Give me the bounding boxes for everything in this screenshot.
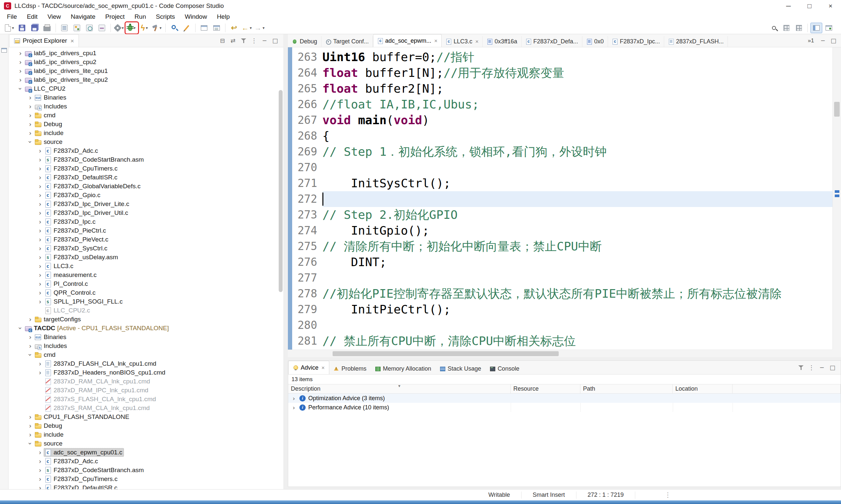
expand-arrow-icon[interactable]: ›: [36, 192, 44, 199]
tree-item[interactable]: ›Includes: [8, 102, 283, 111]
expand-arrow-icon[interactable]: ›: [288, 395, 299, 402]
tree-item[interactable]: ›lab6_ipc_drivers_lite_cpu1: [8, 66, 283, 75]
tree-item[interactable]: ›F2837xD_Gpio.c: [8, 191, 283, 199]
last-edit-location-button[interactable]: ↩: [228, 23, 240, 33]
tree-item[interactable]: ›F2837xD_CodeStartBranch.asm: [8, 466, 283, 474]
expand-arrow-icon[interactable]: ›: [26, 431, 34, 438]
expand-arrow-icon[interactable]: ›: [36, 174, 44, 181]
restore-view-icon[interactable]: [1, 48, 7, 53]
expand-arrow-icon[interactable]: ›: [26, 316, 34, 323]
expand-arrow-icon[interactable]: ›: [26, 334, 34, 341]
tree-item[interactable]: ›F2837xD_DefaultISR.c: [8, 173, 283, 182]
expand-arrow-icon[interactable]: ›: [36, 458, 44, 465]
expand-arrow-icon[interactable]: ›: [288, 404, 299, 411]
back-button[interactable]: ←▾: [240, 23, 253, 33]
expand-arrow-icon[interactable]: ›: [16, 67, 24, 75]
editor-tab[interactable]: Debug: [288, 36, 321, 47]
close-icon[interactable]: ×: [70, 38, 74, 44]
editor-vertical-scrollbar[interactable]: [833, 47, 841, 349]
tree-item[interactable]: ›F2837xD_Adc.c: [8, 457, 283, 466]
scrollbar-thumb[interactable]: [333, 351, 559, 356]
tree-item[interactable]: ›lab5_ipc_drivers_cpu1: [8, 49, 283, 57]
menu-file[interactable]: File: [2, 12, 22, 22]
debug-perspective-button[interactable]: [823, 23, 835, 33]
editor-tab[interactable]: 0x0: [583, 36, 608, 47]
expand-arrow-icon[interactable]: ›: [36, 147, 44, 155]
maximize-editor-button[interactable]: □: [828, 36, 838, 46]
import-button[interactable]: [71, 23, 83, 33]
project-explorer-scrollbar[interactable]: [279, 90, 283, 292]
close-icon[interactable]: ×: [434, 38, 437, 44]
vertical-splitter[interactable]: [283, 34, 288, 489]
editor-tab[interactable]: adc_soc_epwm...×: [373, 34, 442, 47]
menu-window[interactable]: Window: [180, 12, 212, 22]
expand-arrow-icon[interactable]: ›: [36, 475, 44, 483]
tree-item[interactable]: ›include: [8, 430, 283, 439]
close-window-button[interactable]: ×: [820, 0, 841, 12]
tree-item[interactable]: ›SPLL_1PH_SOGI_FLL.c: [8, 297, 283, 306]
tree-item[interactable]: ›CPU1_FLASH_STANDALONE: [8, 412, 283, 421]
target-config-button[interactable]: [84, 23, 95, 33]
tree-item[interactable]: ›F2837xD_Headers_nonBIOS_cpu1.cmd: [8, 368, 283, 377]
expand-arrow-icon[interactable]: ›: [26, 422, 34, 429]
expand-arrow-icon[interactable]: ›: [17, 85, 24, 93]
edit-perspective-button[interactable]: [810, 23, 822, 33]
tree-item[interactable]: ›Binaries: [8, 93, 283, 102]
tree-item[interactable]: ›F2837xD_SysCtrl.c: [8, 244, 283, 253]
tab-memory-allocation[interactable]: Memory Allocation: [371, 363, 435, 374]
tab-console[interactable]: Console: [485, 363, 523, 374]
column-header[interactable]: Location: [673, 384, 733, 393]
expand-arrow-icon[interactable]: ›: [26, 342, 34, 349]
expand-arrow-icon[interactable]: ›: [36, 467, 44, 474]
tree-item[interactable]: ›Includes: [8, 341, 283, 350]
menu-help[interactable]: Help: [212, 12, 235, 22]
expand-arrow-icon[interactable]: ›: [36, 271, 44, 278]
tree-item[interactable]: ›F2837xD_GlobalVariableDefs.c: [8, 182, 283, 191]
tree-item[interactable]: ›F2837xD_usDelay.asm: [8, 253, 283, 262]
tree-item[interactable]: ›Debug: [8, 120, 283, 128]
view-menu-button[interactable]: ⋮: [806, 363, 816, 373]
tree-item[interactable]: ›cmd: [8, 350, 283, 359]
tree-item[interactable]: ›LLC_CPU2: [8, 84, 283, 93]
advice-row[interactable]: ›iOptimization Advice (3 items): [288, 394, 841, 403]
minimize-editor-button[interactable]: ─: [818, 36, 828, 46]
hidden-tabs-button[interactable]: »1: [808, 37, 814, 44]
print-button[interactable]: [41, 23, 53, 33]
expand-arrow-icon[interactable]: ›: [26, 103, 34, 110]
menu-navigate[interactable]: Navigate: [66, 12, 100, 22]
edit-source-button[interactable]: [181, 23, 193, 33]
editor-tab[interactable]: F2837xD_Ipc...: [608, 36, 664, 47]
expand-arrow-icon[interactable]: ›: [36, 227, 44, 234]
tree-item[interactable]: ›cmd: [8, 111, 283, 120]
tree-item[interactable]: ›F2837xD_Ipc_Driver_Util.c: [8, 208, 283, 217]
tab-project-explorer[interactable]: Project Explorer ×: [9, 34, 79, 47]
tree-item[interactable]: ›adc_soc_epwm_cpu01.c: [8, 448, 283, 457]
build-button[interactable]: ▾: [151, 23, 163, 33]
expand-arrow-icon[interactable]: ›: [36, 209, 44, 217]
new-project-button[interactable]: [58, 23, 70, 33]
expand-arrow-icon[interactable]: ›: [36, 484, 44, 489]
expand-arrow-icon[interactable]: ›: [36, 245, 44, 252]
tab-problems[interactable]: Problems: [329, 363, 371, 374]
advice-row[interactable]: ›iPerformance Advice (10 items): [288, 403, 841, 412]
editor-tab[interactable]: F2837xD_Defa...: [522, 36, 583, 47]
scrollbar-thumb[interactable]: [834, 102, 840, 116]
open-perspective-button[interactable]: [781, 23, 792, 33]
code-editor[interactable]: 263Uint16 buffer=0;//指针264float buffer1[…: [288, 47, 833, 349]
maximize-window-button[interactable]: □: [799, 0, 820, 12]
tree-item[interactable]: ›F2837xD_PieVect.c: [8, 235, 283, 244]
tree-item[interactable]: 2837xD_RAM_IPC_lnk_cpu1.cmd: [8, 386, 283, 395]
tree-item[interactable]: ›TACDC [Active - CPU1_FLASH_STANDALONE]: [8, 324, 283, 332]
expand-arrow-icon[interactable]: ›: [36, 289, 44, 296]
overview-annotation[interactable]: [835, 190, 839, 193]
expand-arrow-icon[interactable]: ›: [36, 156, 44, 163]
tree-item[interactable]: ›QPR_Control.c: [8, 288, 283, 297]
column-header[interactable]: Path: [580, 384, 673, 393]
expand-arrow-icon[interactable]: ›: [36, 263, 44, 270]
tree-item[interactable]: ›lab6_ipc_drivers_lite_cpu2: [8, 75, 283, 84]
tree-item[interactable]: ›F2837xD_PieCtrl.c: [8, 226, 283, 235]
menu-run[interactable]: Run: [129, 12, 151, 22]
expand-arrow-icon[interactable]: ›: [36, 449, 44, 456]
tree-item[interactable]: ›LLC3.c: [8, 262, 283, 270]
expand-arrow-icon[interactable]: ›: [36, 254, 44, 261]
